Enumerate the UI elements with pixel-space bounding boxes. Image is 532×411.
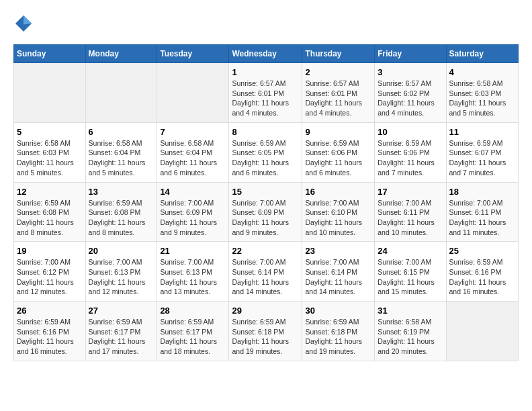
day-number: 11: [449, 127, 515, 137]
day-number: 20: [89, 246, 154, 256]
weekday-header-sunday: Sunday: [14, 45, 86, 63]
weekday-header-row: SundayMondayTuesdayWednesdayThursdayFrid…: [14, 45, 519, 63]
day-number: 4: [449, 67, 515, 77]
day-info: Sunrise: 6:57 AM Sunset: 6:01 PM Dayligh…: [305, 79, 371, 118]
logo: [13, 13, 36, 34]
day-number: 31: [378, 306, 443, 316]
day-number: 10: [378, 127, 443, 137]
calendar-cell: 4Sunrise: 6:58 AM Sunset: 6:03 PM Daylig…: [446, 63, 518, 123]
day-number: 13: [89, 187, 154, 197]
calendar-cell: 26Sunrise: 6:59 AM Sunset: 6:16 PM Dayli…: [14, 302, 86, 361]
day-info: Sunrise: 7:00 AM Sunset: 6:13 PM Dayligh…: [160, 257, 226, 297]
day-number: 29: [232, 306, 299, 316]
day-info: Sunrise: 6:59 AM Sunset: 6:06 PM Dayligh…: [378, 138, 443, 178]
day-info: Sunrise: 6:59 AM Sunset: 6:17 PM Dayligh…: [89, 317, 154, 357]
calendar-cell: 8Sunrise: 6:59 AM Sunset: 6:05 PM Daylig…: [229, 122, 302, 182]
calendar-cell: 28Sunrise: 6:59 AM Sunset: 6:17 PM Dayli…: [157, 302, 229, 361]
day-info: Sunrise: 6:57 AM Sunset: 6:01 PM Dayligh…: [232, 79, 299, 118]
day-info: Sunrise: 6:59 AM Sunset: 6:07 PM Dayligh…: [449, 138, 515, 178]
weekday-header-saturday: Saturday: [446, 45, 518, 63]
calendar-week-row: 1Sunrise: 6:57 AM Sunset: 6:01 PM Daylig…: [14, 63, 519, 123]
day-info: Sunrise: 7:00 AM Sunset: 6:11 PM Dayligh…: [378, 198, 443, 238]
calendar-cell: [85, 63, 157, 123]
day-info: Sunrise: 7:00 AM Sunset: 6:12 PM Dayligh…: [17, 257, 83, 297]
calendar-cell: 25Sunrise: 6:59 AM Sunset: 6:16 PM Dayli…: [446, 242, 518, 302]
calendar-cell: 22Sunrise: 7:00 AM Sunset: 6:14 PM Dayli…: [229, 242, 302, 302]
day-number: 22: [232, 246, 299, 256]
day-info: Sunrise: 6:58 AM Sunset: 6:03 PM Dayligh…: [449, 79, 515, 118]
day-info: Sunrise: 7:00 AM Sunset: 6:13 PM Dayligh…: [89, 257, 154, 297]
day-info: Sunrise: 6:59 AM Sunset: 6:08 PM Dayligh…: [89, 198, 154, 238]
day-number: 2: [305, 67, 371, 77]
day-number: 21: [160, 246, 226, 256]
calendar-cell: 13Sunrise: 6:59 AM Sunset: 6:08 PM Dayli…: [85, 182, 157, 242]
day-info: Sunrise: 7:00 AM Sunset: 6:09 PM Dayligh…: [232, 198, 299, 238]
weekday-header-monday: Monday: [85, 45, 157, 63]
calendar-cell: 17Sunrise: 7:00 AM Sunset: 6:11 PM Dayli…: [375, 182, 446, 242]
day-number: 17: [378, 187, 443, 197]
day-info: Sunrise: 7:00 AM Sunset: 6:11 PM Dayligh…: [449, 198, 515, 238]
day-number: 12: [17, 187, 83, 197]
weekday-header-tuesday: Tuesday: [157, 45, 229, 63]
calendar-cell: 29Sunrise: 6:59 AM Sunset: 6:18 PM Dayli…: [229, 302, 302, 361]
calendar-cell: 15Sunrise: 7:00 AM Sunset: 6:09 PM Dayli…: [229, 182, 302, 242]
calendar-week-row: 19Sunrise: 7:00 AM Sunset: 6:12 PM Dayli…: [14, 242, 519, 302]
calendar-week-row: 12Sunrise: 6:59 AM Sunset: 6:08 PM Dayli…: [14, 182, 519, 242]
day-info: Sunrise: 7:00 AM Sunset: 6:10 PM Dayligh…: [305, 198, 371, 238]
svg-marker-1: [24, 15, 32, 25]
day-number: 3: [378, 67, 443, 77]
calendar-cell: 19Sunrise: 7:00 AM Sunset: 6:12 PM Dayli…: [14, 242, 86, 302]
calendar-cell: 16Sunrise: 7:00 AM Sunset: 6:10 PM Dayli…: [302, 182, 375, 242]
calendar-cell: [446, 302, 518, 361]
day-info: Sunrise: 7:00 AM Sunset: 6:14 PM Dayligh…: [305, 257, 371, 297]
calendar-cell: 2Sunrise: 6:57 AM Sunset: 6:01 PM Daylig…: [302, 63, 375, 123]
day-info: Sunrise: 6:57 AM Sunset: 6:02 PM Dayligh…: [378, 79, 443, 118]
day-number: 7: [160, 127, 226, 137]
day-info: Sunrise: 6:59 AM Sunset: 6:06 PM Dayligh…: [305, 138, 371, 178]
calendar-cell: 24Sunrise: 7:00 AM Sunset: 6:15 PM Dayli…: [375, 242, 446, 302]
day-info: Sunrise: 7:00 AM Sunset: 6:15 PM Dayligh…: [378, 257, 443, 297]
calendar-week-row: 5Sunrise: 6:58 AM Sunset: 6:03 PM Daylig…: [14, 122, 519, 182]
calendar-cell: 7Sunrise: 6:58 AM Sunset: 6:04 PM Daylig…: [157, 122, 229, 182]
logo-icon: [13, 13, 34, 34]
calendar-cell: 5Sunrise: 6:58 AM Sunset: 6:03 PM Daylig…: [14, 122, 86, 182]
day-info: Sunrise: 6:58 AM Sunset: 6:04 PM Dayligh…: [160, 138, 226, 178]
calendar-cell: 27Sunrise: 6:59 AM Sunset: 6:17 PM Dayli…: [85, 302, 157, 361]
calendar-cell: 1Sunrise: 6:57 AM Sunset: 6:01 PM Daylig…: [229, 63, 302, 123]
calendar-cell: 3Sunrise: 6:57 AM Sunset: 6:02 PM Daylig…: [375, 63, 446, 123]
day-number: 6: [89, 127, 154, 137]
weekday-header-wednesday: Wednesday: [229, 45, 302, 63]
day-info: Sunrise: 6:59 AM Sunset: 6:16 PM Dayligh…: [449, 257, 515, 297]
calendar-cell: 14Sunrise: 7:00 AM Sunset: 6:09 PM Dayli…: [157, 182, 229, 242]
day-info: Sunrise: 6:59 AM Sunset: 6:16 PM Dayligh…: [17, 317, 83, 357]
calendar-cell: 21Sunrise: 7:00 AM Sunset: 6:13 PM Dayli…: [157, 242, 229, 302]
day-number: 24: [378, 246, 443, 256]
day-number: 1: [232, 67, 299, 77]
day-number: 28: [160, 306, 226, 316]
day-number: 5: [17, 127, 83, 137]
day-info: Sunrise: 7:00 AM Sunset: 6:09 PM Dayligh…: [160, 198, 226, 238]
calendar-cell: 31Sunrise: 6:58 AM Sunset: 6:19 PM Dayli…: [375, 302, 446, 361]
day-number: 8: [232, 127, 299, 137]
calendar-cell: 6Sunrise: 6:58 AM Sunset: 6:04 PM Daylig…: [85, 122, 157, 182]
day-number: 14: [160, 187, 226, 197]
day-number: 27: [89, 306, 154, 316]
day-number: 25: [449, 246, 515, 256]
day-number: 15: [232, 187, 299, 197]
calendar-cell: 12Sunrise: 6:59 AM Sunset: 6:08 PM Dayli…: [14, 182, 86, 242]
day-info: Sunrise: 6:59 AM Sunset: 6:05 PM Dayligh…: [232, 138, 299, 178]
calendar-cell: 9Sunrise: 6:59 AM Sunset: 6:06 PM Daylig…: [302, 122, 375, 182]
day-info: Sunrise: 6:58 AM Sunset: 6:03 PM Dayligh…: [17, 138, 83, 178]
weekday-header-friday: Friday: [375, 45, 446, 63]
calendar-cell: 11Sunrise: 6:59 AM Sunset: 6:07 PM Dayli…: [446, 122, 518, 182]
day-number: 30: [305, 306, 371, 316]
calendar-week-row: 26Sunrise: 6:59 AM Sunset: 6:16 PM Dayli…: [14, 302, 519, 361]
day-number: 9: [305, 127, 371, 137]
calendar-cell: 10Sunrise: 6:59 AM Sunset: 6:06 PM Dayli…: [375, 122, 446, 182]
day-info: Sunrise: 6:59 AM Sunset: 6:08 PM Dayligh…: [17, 198, 83, 238]
day-number: 26: [17, 306, 83, 316]
calendar-cell: 30Sunrise: 6:59 AM Sunset: 6:18 PM Dayli…: [302, 302, 375, 361]
day-number: 23: [305, 246, 371, 256]
calendar-cell: 18Sunrise: 7:00 AM Sunset: 6:11 PM Dayli…: [446, 182, 518, 242]
calendar-table: SundayMondayTuesdayWednesdayThursdayFrid…: [13, 44, 519, 361]
